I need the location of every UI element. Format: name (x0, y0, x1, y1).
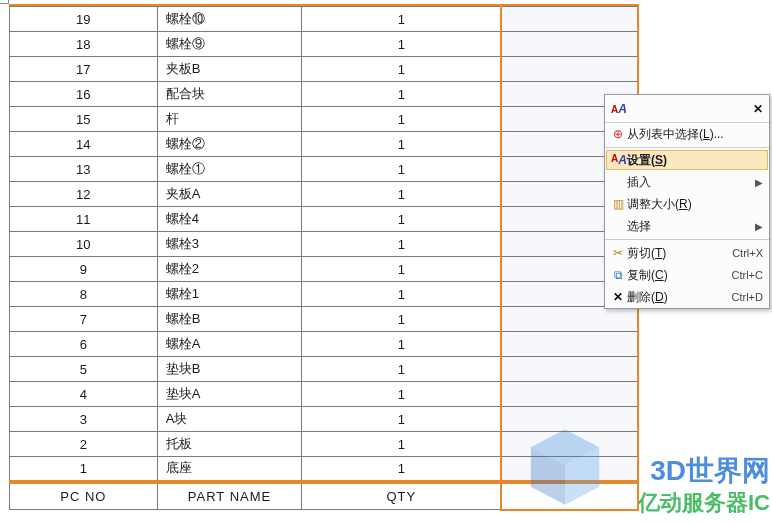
cell-qty[interactable]: 1 (302, 257, 502, 282)
header-extra (501, 482, 638, 510)
cell-part-name[interactable]: 托板 (157, 432, 302, 457)
table-footer: PC NOPART NAMEQTY (10, 482, 639, 510)
menu-cut[interactable]: ✂ 剪切(T) Ctrl+X (605, 242, 769, 264)
table-row[interactable]: 2托板1 (10, 432, 639, 457)
menu-resize[interactable]: ▥ 调整大小(R) (605, 193, 769, 215)
cell-index[interactable]: 11 (10, 207, 158, 232)
cell-qty[interactable]: 1 (302, 32, 502, 57)
cell-index[interactable]: 19 (10, 7, 158, 32)
cell-part-name[interactable]: 螺栓A (157, 332, 302, 357)
cell-part-name[interactable]: 杆 (157, 107, 302, 132)
cell-index[interactable]: 8 (10, 282, 158, 307)
table-row[interactable]: 3A块1 (10, 407, 639, 432)
table-row[interactable]: 1底座1 (10, 457, 639, 482)
watermark-text-2: 亿动服务器IC (638, 488, 770, 518)
text-style-icon[interactable]: AA (611, 102, 627, 116)
table-row[interactable]: 13螺栓①1 (10, 157, 639, 182)
cell-extra[interactable] (501, 457, 638, 482)
cell-index[interactable]: 16 (10, 82, 158, 107)
cell-index[interactable]: 5 (10, 357, 158, 382)
cell-qty[interactable]: 1 (302, 7, 502, 32)
table-row[interactable]: 15杆1 (10, 107, 639, 132)
cell-extra[interactable] (501, 407, 638, 432)
cell-index[interactable]: 3 (10, 407, 158, 432)
cell-qty[interactable]: 1 (302, 357, 502, 382)
menu-delete[interactable]: ✕ 删除(D) Ctrl+D (605, 286, 769, 308)
cell-part-name[interactable]: 螺栓⑨ (157, 32, 302, 57)
cell-qty[interactable]: 1 (302, 107, 502, 132)
cell-part-name[interactable]: 螺栓1 (157, 282, 302, 307)
cell-index[interactable]: 4 (10, 382, 158, 407)
cell-index[interactable]: 17 (10, 57, 158, 82)
cell-extra[interactable] (501, 57, 638, 82)
watermark: 3D世界网 亿动服务器IC (638, 452, 770, 518)
menu-select[interactable]: 选择 ▶ (605, 215, 769, 237)
cell-qty[interactable]: 1 (302, 382, 502, 407)
cell-part-name[interactable]: 螺栓B (157, 307, 302, 332)
cell-qty[interactable]: 1 (302, 207, 502, 232)
cell-part-name[interactable]: 螺栓⑩ (157, 7, 302, 32)
cell-qty[interactable]: 1 (302, 57, 502, 82)
cell-part-name[interactable]: 螺栓2 (157, 257, 302, 282)
cell-extra[interactable] (501, 7, 638, 32)
cell-qty[interactable]: 1 (302, 182, 502, 207)
cell-index[interactable]: 12 (10, 182, 158, 207)
table-row[interactable]: 9螺栓21 (10, 257, 639, 282)
cell-extra[interactable] (501, 382, 638, 407)
cell-extra[interactable] (501, 32, 638, 57)
cell-part-name[interactable]: 螺栓① (157, 157, 302, 182)
cell-index[interactable]: 18 (10, 32, 158, 57)
cell-qty[interactable]: 1 (302, 407, 502, 432)
cell-extra[interactable] (501, 307, 638, 332)
table-row[interactable]: 19螺栓⑩1 (10, 7, 639, 32)
table-row[interactable]: 7螺栓B1 (10, 307, 639, 332)
cell-qty[interactable]: 1 (302, 157, 502, 182)
table-row[interactable]: 6螺栓A1 (10, 332, 639, 357)
cell-qty[interactable]: 1 (302, 232, 502, 257)
close-icon[interactable]: ✕ (753, 102, 763, 116)
table-row[interactable]: 16配合块1 (10, 82, 639, 107)
cell-index[interactable]: 9 (10, 257, 158, 282)
table-row[interactable]: 4垫块A1 (10, 382, 639, 407)
cell-extra[interactable] (501, 332, 638, 357)
table-row[interactable]: 8螺栓11 (10, 282, 639, 307)
cell-part-name[interactable]: 夹板B (157, 57, 302, 82)
cell-extra[interactable] (501, 432, 638, 457)
cell-index[interactable]: 7 (10, 307, 158, 332)
cell-part-name[interactable]: 垫块A (157, 382, 302, 407)
cell-part-name[interactable]: 垫块B (157, 357, 302, 382)
cell-qty[interactable]: 1 (302, 307, 502, 332)
table-row[interactable]: 17夹板B1 (10, 57, 639, 82)
cell-part-name[interactable]: 夹板A (157, 182, 302, 207)
cell-part-name[interactable]: 螺栓4 (157, 207, 302, 232)
table-row[interactable]: 10螺栓31 (10, 232, 639, 257)
cell-qty[interactable]: 1 (302, 457, 502, 482)
table-row[interactable]: 5垫块B1 (10, 357, 639, 382)
cell-qty[interactable]: 1 (302, 82, 502, 107)
cell-part-name[interactable]: A块 (157, 407, 302, 432)
menu-copy[interactable]: ⧉ 复制(C) Ctrl+C (605, 264, 769, 286)
table-row[interactable]: 14螺栓②1 (10, 132, 639, 157)
cell-extra[interactable] (501, 357, 638, 382)
cell-index[interactable]: 2 (10, 432, 158, 457)
menu-insert[interactable]: 插入 ▶ (605, 171, 769, 193)
cell-part-name[interactable]: 螺栓3 (157, 232, 302, 257)
cell-part-name[interactable]: 配合块 (157, 82, 302, 107)
cell-index[interactable]: 1 (10, 457, 158, 482)
cell-index[interactable]: 14 (10, 132, 158, 157)
menu-pick-from-list[interactable]: ⊕ 从列表中选择(L)... (605, 123, 769, 145)
cell-index[interactable]: 10 (10, 232, 158, 257)
cell-qty[interactable]: 1 (302, 132, 502, 157)
cell-qty[interactable]: 1 (302, 282, 502, 307)
cell-index[interactable]: 13 (10, 157, 158, 182)
menu-settings[interactable]: AA 设置(S) (606, 150, 768, 170)
cell-qty[interactable]: 1 (302, 432, 502, 457)
table-row[interactable]: 18螺栓⑨1 (10, 32, 639, 57)
cell-part-name[interactable]: 螺栓② (157, 132, 302, 157)
cell-part-name[interactable]: 底座 (157, 457, 302, 482)
cell-qty[interactable]: 1 (302, 332, 502, 357)
table-row[interactable]: 11螺栓41 (10, 207, 639, 232)
table-row[interactable]: 12夹板A1 (10, 182, 639, 207)
cell-index[interactable]: 15 (10, 107, 158, 132)
cell-index[interactable]: 6 (10, 332, 158, 357)
